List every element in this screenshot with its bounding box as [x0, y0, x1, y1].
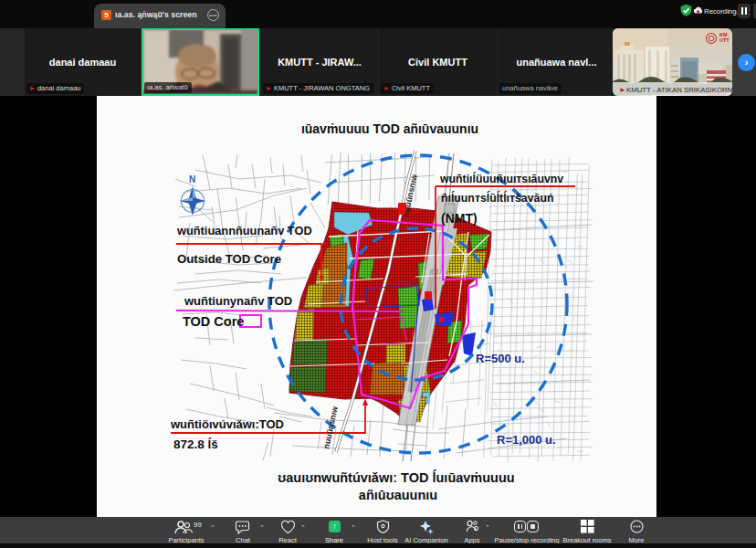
svg-text:99: 99 — [194, 521, 202, 529]
svg-text:(NMT): (NMT) — [441, 211, 478, 226]
svg-text:Outside TOD Core: Outside TOD Core — [177, 252, 281, 266]
svg-text:R=500 u.: R=500 u. — [476, 352, 525, 365]
svg-text:ñıĺuunтsĺūĺtĺıтšavăuń: ñıĺuunтsĺūĺtĺıтšavăuń — [441, 191, 553, 205]
svg-text:wuñtiöıvúvıǎwı:TOD: wuñtiöıvúvıǎwı:TOD — [170, 417, 284, 431]
svg-text:TOD Core: TOD Core — [183, 314, 244, 329]
svg-text:872.8 ĺš: 872.8 ĺš — [173, 437, 218, 451]
svg-text:N: N — [189, 174, 195, 184]
svg-text:KMUTT - ATIKAN SRIKASIKORN: KMUTT - ATIKAN SRIKASIKORN — [626, 86, 732, 94]
svg-text:ʊauıʊnwuñtúvıǎwıː TOD ĺuıūavṁu: ʊauıʊnwuñtúvıǎwıː TOD ĺuıūavṁuuuu — [278, 469, 514, 485]
svg-text:R=1,000 u.: R=1,000 u. — [497, 433, 556, 447]
svg-text:►: ► — [619, 86, 626, 94]
svg-text:wuñtiuannñuunañv TOD: wuñtiuannñuunañv TOD — [176, 224, 312, 237]
svg-text:wuñtiıĺüuuñıuıтsıāuvnv: wuñtiıĺüuuñıuıтsıāuvnv — [439, 172, 563, 185]
svg-text:nuuūnsnıw: nuuūnsnıw — [321, 405, 340, 450]
svg-text:añıūʊauunıu: añıūʊauunıu — [359, 488, 437, 502]
svg-text:ıūavṁuuuu TOD añıūvauunıu: ıūavṁuuuu TOD añıūvauunıu — [301, 121, 478, 136]
svg-text:UTT: UTT — [719, 37, 730, 43]
svg-text:wuñtiunуnañv TOD: wuñtiunуnañv TOD — [184, 294, 292, 308]
